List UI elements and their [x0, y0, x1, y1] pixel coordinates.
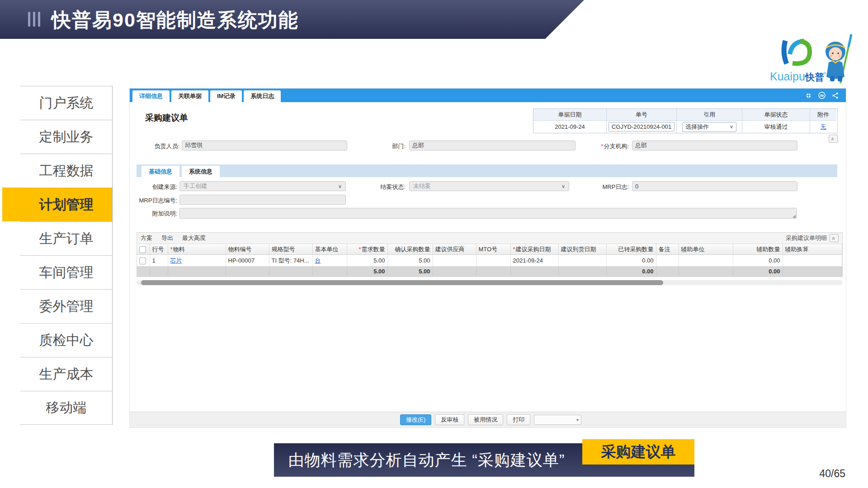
- cell-material-code: HP-00007: [226, 255, 269, 267]
- unit-link[interactable]: 台: [315, 257, 321, 264]
- branch-field[interactable]: [632, 141, 797, 150]
- total-demand-qty: 5.00: [347, 267, 387, 277]
- reference-select[interactable]: 选择操作 ∨: [682, 122, 736, 132]
- cell-aux-qty: 0.00: [733, 255, 783, 267]
- tab-related-docs[interactable]: 关联单据: [171, 90, 208, 102]
- mrp-log-field[interactable]: [632, 181, 797, 191]
- col-line-no[interactable]: 行号: [150, 244, 168, 255]
- mrp-no-field[interactable]: [179, 195, 346, 205]
- collapse-icon: «: [830, 137, 836, 140]
- export-button[interactable]: 导出: [161, 234, 173, 242]
- material-link[interactable]: 芯片: [170, 257, 182, 264]
- note-label: 附加说明:: [141, 210, 177, 218]
- required-marker: *: [601, 143, 603, 150]
- cell-demand-qty: 5.00: [347, 255, 387, 267]
- col-remark[interactable]: 备注: [656, 244, 679, 255]
- cell-delivery-date: [558, 255, 606, 267]
- footer-bar: 修改(E) 反审核 被用情况 打印 ▾: [130, 412, 846, 427]
- collapse-grid-button[interactable]: «: [830, 234, 839, 242]
- sidebar-item-plan-management[interactable]: 计划管理: [20, 188, 112, 221]
- owner-field[interactable]: [182, 141, 347, 150]
- collapse-icon: «: [831, 236, 837, 239]
- print-button[interactable]: 打印: [507, 414, 530, 425]
- doc-header-table: 单据日期 单号 引用 单据状态 附件 2021-09-24 CGJYD-2021…: [533, 108, 838, 133]
- col-converted-qty[interactable]: 已转采购数量: [606, 244, 656, 255]
- compress-icon[interactable]: [805, 92, 812, 99]
- chevron-down-icon: ▾: [576, 417, 579, 423]
- mrp-no-label: MRP日志编号:: [131, 197, 177, 205]
- col-mto[interactable]: MTO号: [476, 244, 510, 255]
- sidebar-item-custom-business[interactable]: 定制业务: [20, 120, 112, 154]
- sidebar-item-outsourcing[interactable]: 委外管理: [20, 289, 112, 323]
- col-material[interactable]: *物料: [168, 244, 226, 255]
- tab-im-record[interactable]: IM记录: [210, 90, 242, 102]
- sidebar-item-workshop[interactable]: 车间管理: [20, 255, 112, 289]
- col-aux-unit[interactable]: 辅助单位: [679, 244, 733, 255]
- sidebar-item-portal[interactable]: 门户系统: [20, 86, 112, 120]
- col-aux-rate[interactable]: 辅助换算: [783, 244, 842, 255]
- dept-field[interactable]: [409, 141, 576, 150]
- cell-purchase-date: 2021-09-24: [510, 255, 558, 267]
- totals-row: 5.00 5.00 0.00 0.00: [137, 267, 842, 277]
- col-delivery-date[interactable]: 建议到货日期: [558, 244, 606, 255]
- col-demand-qty[interactable]: *需求数量: [347, 244, 387, 255]
- sidebar-item-engineering-data[interactable]: 工程数据: [20, 154, 112, 188]
- tab-system-log[interactable]: 系统日志: [244, 90, 281, 102]
- tab-detail-info[interactable]: 详细信息: [132, 90, 170, 102]
- collapse-header-button[interactable]: «: [829, 135, 838, 143]
- col-spec[interactable]: 规格型号: [269, 244, 312, 255]
- sidebar-item-label: 计划管理: [39, 196, 94, 214]
- scheme-button[interactable]: 方案: [141, 234, 152, 242]
- chevron-down-icon: ∨: [561, 183, 565, 189]
- col-aux-qty[interactable]: 辅助数量: [733, 244, 783, 255]
- close-status-select[interactable]: 未结案 ∨: [409, 181, 569, 191]
- sidebar-item-label: 生产成本: [39, 365, 94, 384]
- caption-tag: 采购建议单: [582, 439, 694, 465]
- kp-mark-icon: [784, 41, 787, 64]
- sidebar-item-label: 质检中心: [39, 331, 94, 350]
- subtab-system-info[interactable]: 系统信息: [181, 165, 220, 177]
- sidebar-item-label: 生产订单: [39, 230, 94, 248]
- erp-window: 详细信息 关联单据 IM记录 系统日志 IM 采购建议单: [129, 88, 846, 428]
- col-unit[interactable]: 基本单位: [312, 244, 347, 255]
- main-tabbar: 详细信息 关联单据 IM记录 系统日志 IM: [130, 89, 846, 102]
- sidebar-item-production-cost[interactable]: 生产成本: [20, 357, 112, 391]
- hdr-col-status: 单据状态: [742, 109, 810, 120]
- sidebar-item-production-order[interactable]: 生产订单: [20, 221, 112, 255]
- detail-table: 行号 *物料 物料编号 规格型号 基本单位 *需求数量 确认采购数量 建议供应商…: [137, 244, 842, 277]
- resize-grip-icon[interactable]: ◢: [793, 214, 796, 218]
- share-icon[interactable]: [832, 92, 839, 99]
- attachment-link[interactable]: 无: [821, 123, 826, 131]
- unaudit-button[interactable]: 反审核: [435, 414, 464, 425]
- source-select[interactable]: 手工创建 ∨: [179, 181, 346, 191]
- horizontal-scrollbar[interactable]: [137, 280, 843, 285]
- col-material-code[interactable]: 物料编号: [226, 244, 269, 255]
- col-confirm-qty[interactable]: 确认采购数量: [387, 244, 433, 255]
- sidebar-item-quality-center[interactable]: 质检中心: [20, 323, 112, 357]
- cell-supplier: [433, 255, 476, 267]
- modify-button[interactable]: 修改(E): [400, 414, 431, 425]
- scrollbar-thumb[interactable]: [141, 280, 663, 285]
- row-checkbox[interactable]: [139, 258, 146, 264]
- hdr-col-docno: 单号: [607, 109, 677, 120]
- doc-date: 2021-09-24: [533, 120, 607, 133]
- table-row: 1 芯片 HP-00007 TI 型号: 74H... 台 5.00 5.00 …: [137, 255, 842, 267]
- col-purchase-date[interactable]: *建议采购日期: [510, 244, 558, 255]
- max-height-button[interactable]: 最大高度: [182, 234, 206, 242]
- select-all-checkbox[interactable]: [139, 246, 146, 253]
- usage-button[interactable]: 被用情况: [468, 414, 503, 425]
- cell-aux-unit: [679, 255, 733, 267]
- chevron-down-icon: ∨: [730, 124, 733, 130]
- source-label: 创建来源:: [141, 183, 177, 191]
- sidebar-item-mobile[interactable]: 移动端: [20, 391, 112, 425]
- hdr-col-date: 单据日期: [533, 109, 607, 120]
- more-actions-select[interactable]: ▾: [534, 415, 581, 425]
- cell-converted-qty: 0.00: [606, 255, 656, 267]
- note-textarea[interactable]: ◢: [179, 208, 797, 219]
- sidebar-item-label: 工程数据: [39, 162, 94, 180]
- im-icon[interactable]: IM: [818, 92, 826, 99]
- cell-aux-rate: [783, 255, 842, 267]
- col-supplier[interactable]: 建议供应商: [433, 244, 476, 255]
- hdr-col-attachment: 附件: [810, 109, 836, 120]
- subtab-basic-info[interactable]: 基础信息: [141, 165, 180, 177]
